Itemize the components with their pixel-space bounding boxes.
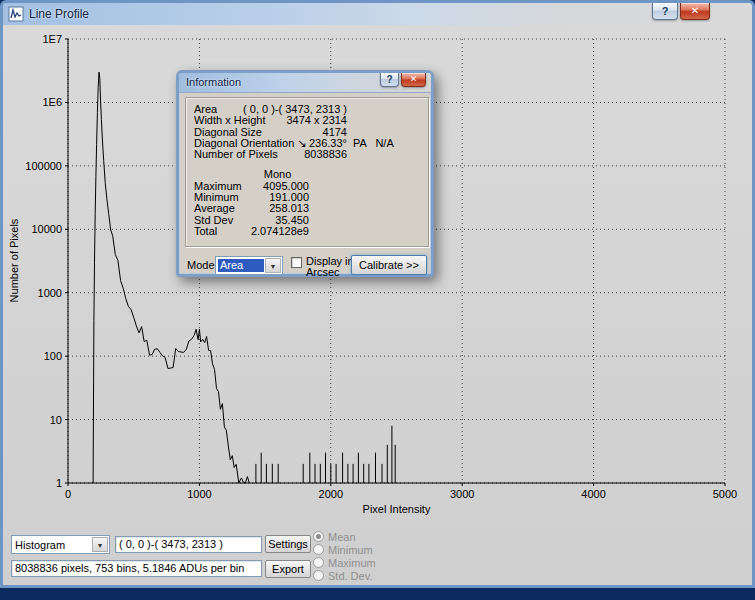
x-axis-label: Pixel Intensity <box>68 503 725 515</box>
checkbox-box-icon <box>291 257 302 268</box>
radio-label: Minimum <box>328 544 373 556</box>
export-button[interactable]: Export <box>265 560 311 578</box>
titlebar[interactable]: Line Profile ? ✕ <box>3 3 752 26</box>
bin-info-field[interactable]: 8038836 pixels, 753 bins, 5.1846 ADUs pe… <box>11 560 262 577</box>
settings-button[interactable]: Settings <box>265 535 311 553</box>
help-button[interactable]: ? <box>652 3 678 20</box>
close-button[interactable]: ✕ <box>680 3 710 20</box>
svg-text:10000: 10000 <box>31 223 62 235</box>
dialog-title: Information <box>186 76 241 88</box>
radio-dot-icon <box>313 570 324 581</box>
radio-dot-icon <box>313 557 324 568</box>
svg-text:100: 100 <box>44 350 62 362</box>
svg-text:3000: 3000 <box>450 488 474 500</box>
svg-text:5000: 5000 <box>713 488 737 500</box>
chevron-down-icon[interactable]: ▼ <box>265 258 281 273</box>
radio-std-dev[interactable]: Std. Dev. <box>313 569 376 582</box>
mode-value: Area <box>218 259 264 272</box>
region-field[interactable]: ( 0, 0 )-( 3473, 2313 ) <box>115 536 262 553</box>
mode-row: Mode Area ▼ Display in Arcsec C <box>179 255 431 277</box>
svg-text:1E7: 1E7 <box>42 33 62 45</box>
calibrate-button[interactable]: Calibrate >> <box>351 255 427 275</box>
radio-maximum[interactable]: Maximum <box>313 556 376 569</box>
radio-dot-icon <box>313 544 324 555</box>
window-title: Line Profile <box>29 7 89 21</box>
information-dialog-titlebar[interactable]: Information ? ✕ <box>179 73 431 93</box>
dialog-help-button[interactable]: ? <box>380 73 399 87</box>
radio-label: Maximum <box>328 557 376 569</box>
radio-label: Std. Dev. <box>328 570 372 582</box>
svg-text:1000: 1000 <box>38 287 62 299</box>
dialog-close-button[interactable]: ✕ <box>401 73 426 87</box>
svg-text:2000: 2000 <box>319 488 343 500</box>
info-row-width-height: Width x Height 3474 x 2314 <box>186 115 428 126</box>
statistic-radio-group: Mean Minimum Maximum Std. Dev. <box>313 530 376 582</box>
line-profile-window: Line Profile ? ✕ 1E71E610000010000100010… <box>0 0 755 588</box>
statistics-panel: Area ( 0, 0 )-( 3473, 2313 ) Width x Hei… <box>185 97 429 247</box>
mode-label: Mode <box>187 259 215 271</box>
plot-type-combobox[interactable]: Histogram ▼ <box>11 535 110 554</box>
line-profile-icon <box>8 6 24 22</box>
mode-combobox[interactable]: Area ▼ <box>215 256 283 275</box>
display-arcsec-checkbox[interactable]: Display in Arcsec <box>291 256 354 277</box>
window-content: 1E71E61000001000010001001010100020003000… <box>3 25 752 585</box>
svg-text:100000: 100000 <box>25 160 62 172</box>
column-header: Mono <box>226 169 329 180</box>
svg-text:4000: 4000 <box>581 488 605 500</box>
plot-type-value: Histogram <box>15 538 91 552</box>
radio-mean[interactable]: Mean <box>313 530 376 543</box>
svg-text:1: 1 <box>56 477 62 489</box>
stat-row-average: Average 258.013 <box>186 203 428 214</box>
svg-text:1000: 1000 <box>187 488 211 500</box>
info-row-number-of-pixels: Number of Pixels 8038836 <box>186 149 428 160</box>
svg-text:1E6: 1E6 <box>42 96 62 108</box>
information-dialog: Information ? ✕ Area ( 0, 0 )-( 3473, 23… <box>176 70 434 277</box>
svg-text:10: 10 <box>50 414 62 426</box>
svg-text:0: 0 <box>65 488 71 500</box>
desktop-background: Line Profile ? ✕ 1E71E610000010000100010… <box>0 0 755 600</box>
y-axis-label: Number of Pixels <box>8 201 21 321</box>
radio-dot-icon <box>313 531 324 542</box>
stat-row-total: Total 2.074128e9 <box>186 226 428 237</box>
dialog-content: Area ( 0, 0 )-( 3473, 2313 ) Width x Hei… <box>179 93 431 274</box>
radio-label: Mean <box>328 531 356 543</box>
radio-minimum[interactable]: Minimum <box>313 543 376 556</box>
position-angle-value: PA N/A <box>353 138 394 149</box>
chevron-down-icon[interactable]: ▼ <box>92 537 108 552</box>
